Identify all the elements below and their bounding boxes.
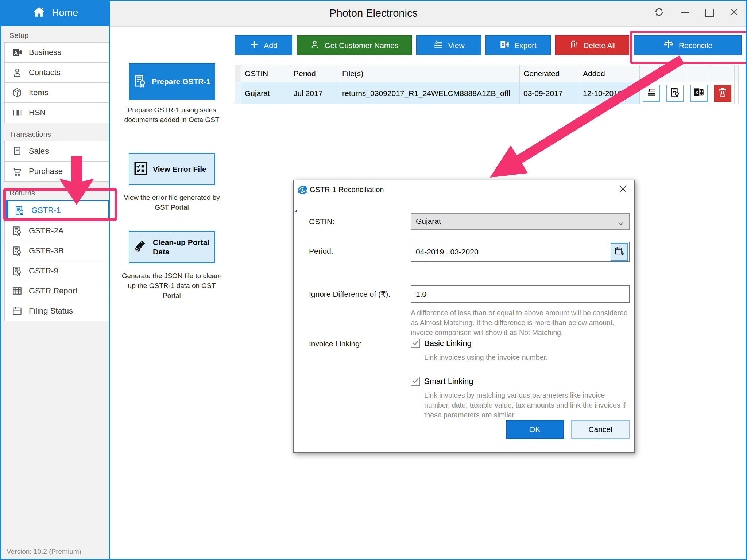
home-button[interactable]: Home <box>0 0 110 26</box>
view-button[interactable]: View <box>416 35 481 55</box>
sidebar-item-label: Contacts <box>29 68 61 77</box>
table-cell-action <box>663 82 687 104</box>
sidebar-item-gstr-2a[interactable]: GSTR-2A <box>4 221 109 241</box>
table-cell-period[interactable]: Jul 2017 <box>290 82 338 104</box>
period-input[interactable] <box>411 242 630 262</box>
maximize-icon <box>705 9 714 17</box>
checklist-icon <box>133 161 148 178</box>
table-header-added[interactable]: Added <box>579 65 640 82</box>
add-button[interactable]: Add <box>235 35 292 55</box>
row-view-button[interactable] <box>643 85 660 102</box>
table-cell-added[interactable]: 12-10-2018 10 <box>579 82 640 104</box>
cleanup-portal-data-button[interactable]: Clean-up Portal Data <box>129 231 215 263</box>
row-delete-button[interactable] <box>714 85 731 102</box>
svg-text:X: X <box>695 90 698 95</box>
period-calendar-button[interactable] <box>611 243 628 261</box>
sidebar-item-hsn[interactable]: HSN <box>4 102 109 123</box>
sidebar-item-gstr-report[interactable]: GSTR Report <box>4 281 109 301</box>
window-title: Photon Electronics <box>0 0 747 26</box>
refresh-button[interactable] <box>651 5 667 20</box>
chevron-down-icon <box>618 219 624 228</box>
sidebar-item-gstr-3b[interactable]: GSTR-3B <box>4 241 109 261</box>
table-cell-generated[interactable]: 03-09-2017 <box>520 82 579 104</box>
sidebar-section-setup: Setup <box>9 31 109 40</box>
window-border-bottom <box>0 559 747 560</box>
window-border-top <box>0 0 747 1</box>
sidebar-item-business[interactable]: A Business <box>4 42 109 63</box>
sidebar-item-label: GSTR-2A <box>29 226 63 236</box>
excel-icon: X <box>693 87 704 100</box>
certificate-doc-icon <box>133 74 147 90</box>
prepare-gstr1-caption: Prepare GSTR-1 using sales documents add… <box>121 105 222 125</box>
delete-all-button[interactable]: Delete All <box>555 35 629 55</box>
table-header-empty <box>735 65 739 82</box>
table-header-generated[interactable]: Generated <box>520 65 579 82</box>
table-header-empty <box>663 65 687 82</box>
gstin-dropdown[interactable]: Gujarat <box>411 213 630 230</box>
ok-button[interactable]: OK <box>506 420 564 439</box>
sidebar-item-items[interactable]: Items <box>4 82 109 103</box>
maximize-button[interactable] <box>702 5 717 20</box>
business-icon: A <box>11 47 23 58</box>
checkmark-icon <box>412 377 419 386</box>
table-cell-action <box>711 82 735 104</box>
smart-linking-description: Link invoices by matching various parame… <box>424 390 630 420</box>
ignore-difference-help: A difference of less than or equal to ab… <box>411 308 630 338</box>
row-export-button[interactable]: X <box>690 85 708 102</box>
period-field-label: Period: <box>309 247 333 256</box>
focus-dot <box>295 210 297 212</box>
sidebar-section-returns: Returns <box>9 189 109 197</box>
box-icon <box>11 87 23 98</box>
gstin-field-label: GSTIN: <box>309 217 334 226</box>
sidebar-item-sales[interactable]: Sales <box>4 141 109 162</box>
gstr-doc-icon <box>11 265 23 277</box>
scales-icon <box>663 39 674 52</box>
person-icon <box>11 67 23 78</box>
home-label: Home <box>52 7 78 19</box>
delete-all-label: Delete All <box>583 41 616 50</box>
sidebar-item-purchase[interactable]: Purchase <box>4 161 109 182</box>
view-error-file-button[interactable]: View Error File <box>129 153 215 185</box>
reconcile-button[interactable]: Reconcile <box>634 35 742 55</box>
table-cell-gstin[interactable]: Gujarat <box>241 82 290 104</box>
export-button[interactable]: X Export <box>485 35 551 55</box>
table-row-gutter[interactable] <box>235 82 241 104</box>
smart-linking-label[interactable]: Smart Linking <box>424 377 473 386</box>
table-header-gutter <box>235 65 241 82</box>
table-header-empty <box>687 65 711 82</box>
table-grid-icon <box>11 285 23 297</box>
table-cell-action <box>640 82 663 104</box>
reconcile-label: Reconcile <box>679 41 712 50</box>
sidebar-item-gstr-1[interactable]: GSTR-1 <box>4 200 109 221</box>
sidebar-item-filing-status[interactable]: Filing Status <box>4 301 109 321</box>
basic-linking-checkbox[interactable] <box>411 339 420 348</box>
basic-linking-label[interactable]: Basic Linking <box>424 339 472 348</box>
sidebar-item-label: Items <box>29 88 49 97</box>
toolbar: Add Get Customer Names View X Export Del… <box>235 35 742 55</box>
checkmark-icon <box>412 339 419 348</box>
gstr1-reconciliation-dialog: GSTR-1 Reconciliation GSTIN: Gujarat Per… <box>293 180 635 453</box>
table-cell-files[interactable]: returns_03092017_R1_24WELCM8888A1ZB_offl <box>338 82 520 104</box>
minimize-button[interactable] <box>677 5 692 20</box>
gstr-doc-icon <box>11 225 23 237</box>
cancel-button[interactable]: Cancel <box>571 420 630 439</box>
get-customer-names-button[interactable]: Get Customer Names <box>297 35 412 55</box>
smart-linking-checkbox[interactable] <box>411 377 420 386</box>
prepare-gstr1-button[interactable]: Prepare GSTR-1 <box>129 63 215 100</box>
table-header-gstin[interactable]: GSTIN <box>241 65 290 82</box>
window-border-right <box>746 0 747 560</box>
row-reconcile-button[interactable] <box>666 85 684 102</box>
prepare-gstr1-label: Prepare GSTR-1 <box>152 77 210 86</box>
cleanup-portal-data-label: Clean-up Portal Data <box>153 238 211 257</box>
add-label: Add <box>264 41 277 50</box>
dialog-close-button[interactable] <box>617 183 629 196</box>
close-icon <box>730 8 739 18</box>
sidebar-item-contacts[interactable]: Contacts <box>4 62 109 83</box>
sidebar-item-label: GSTR-3B <box>29 246 63 256</box>
table-header-period[interactable]: Period <box>290 65 338 82</box>
table-header-files[interactable]: File(s) <box>338 65 520 82</box>
close-button[interactable] <box>727 5 742 20</box>
calendar-picker-icon <box>614 246 625 258</box>
sidebar-item-gstr-9[interactable]: GSTR-9 <box>4 261 109 281</box>
ignore-difference-input[interactable] <box>411 285 630 303</box>
